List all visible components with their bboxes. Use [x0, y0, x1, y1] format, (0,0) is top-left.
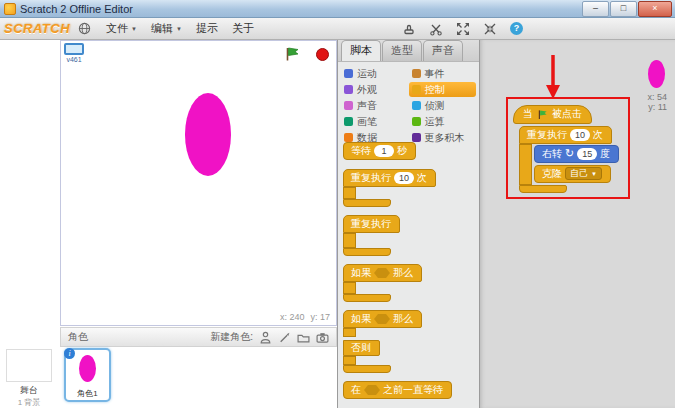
version-badge: v461	[64, 43, 84, 63]
tab-scripts[interactable]: 脚本	[341, 40, 381, 61]
if-else-block[interactable]: 如果 那么 否则	[343, 308, 476, 373]
control-swatch-icon	[412, 85, 421, 94]
titlebar: Scratch 2 Offline Editor – □ ×	[0, 0, 675, 18]
chevron-down-icon: ▼	[131, 26, 137, 32]
app-icon	[4, 3, 16, 15]
maximize-button[interactable]: □	[610, 1, 637, 17]
menu-file[interactable]: 文件 ▼	[99, 19, 144, 38]
stage-thumbnail[interactable]: 舞台 1 背景	[0, 349, 58, 408]
category-control[interactable]: 控制	[409, 82, 477, 97]
green-flag-button[interactable]	[284, 46, 300, 62]
repeat-block[interactable]: 重复执行 10 次 右转 ↻ 15 度	[519, 124, 619, 193]
green-flag-icon	[537, 109, 548, 120]
paint-new-sprite-icon[interactable]	[278, 331, 291, 344]
version-icon	[64, 43, 84, 55]
category-events[interactable]: 事件	[409, 66, 477, 81]
window-title: Scratch 2 Offline Editor	[20, 3, 133, 15]
condition-input[interactable]	[364, 385, 380, 395]
palette-panel: 脚本 造型 声音 运动 事件 外观 控制 声音 侦测	[337, 40, 480, 408]
delete-tool-icon[interactable]	[428, 21, 443, 36]
sprite-thumbnail[interactable]: i 角色1	[64, 348, 111, 402]
close-button[interactable]: ×	[638, 1, 672, 17]
upload-sprite-folder-icon[interactable]	[297, 331, 310, 344]
sprites-header-label: 角色	[68, 330, 88, 344]
grow-tool-icon[interactable]	[455, 21, 470, 36]
sensing-swatch-icon	[412, 101, 421, 110]
condition-input[interactable]	[374, 268, 390, 278]
mouse-x-label: x: 240	[280, 312, 305, 322]
turn-degrees-input[interactable]: 15	[577, 148, 597, 160]
sprite-y-label: y: 11	[648, 102, 667, 112]
looks-swatch-icon	[344, 85, 353, 94]
tab-sounds[interactable]: 声音	[423, 40, 463, 61]
category-sensing[interactable]: 侦测	[409, 98, 477, 113]
wait-value-input[interactable]: 1	[374, 145, 394, 157]
if-block[interactable]: 如果 那么	[343, 262, 476, 302]
category-looks[interactable]: 外观	[341, 82, 409, 97]
sprite-preview-ellipse	[648, 60, 665, 88]
shrink-tool-icon[interactable]	[482, 21, 497, 36]
repeat-count-input[interactable]: 10	[394, 172, 414, 184]
menu-about[interactable]: 关于	[225, 19, 261, 38]
sprite-name: 角色1	[66, 388, 109, 399]
camera-sprite-icon[interactable]	[316, 331, 329, 344]
mouse-position: x: 240 y: 17	[280, 312, 330, 322]
tab-bar: 脚本 造型 声音	[338, 40, 479, 62]
block-help-icon[interactable]: ?	[509, 21, 524, 36]
turn-clockwise-icon: ↻	[565, 148, 574, 159]
language-globe-icon[interactable]	[78, 22, 91, 35]
when-flag-clicked-block[interactable]: 当 被点击	[513, 105, 592, 124]
wait-until-block[interactable]: 在 之前一直等待	[343, 381, 452, 399]
events-swatch-icon	[412, 69, 421, 78]
script-pane[interactable]: x: 54 y: 11 当 被点击 重复执行 10	[480, 40, 675, 408]
repeat-count-input[interactable]: 10	[570, 129, 590, 141]
forever-block[interactable]: 重复执行	[343, 213, 476, 256]
version-label: v461	[64, 56, 84, 63]
sprite-thumbnail-ellipse	[79, 355, 96, 382]
operators-swatch-icon	[412, 117, 421, 126]
chevron-down-icon: ▼	[591, 171, 597, 177]
tab-costumes[interactable]: 造型	[382, 40, 422, 61]
stage-thumbnail-title: 舞台	[0, 384, 58, 397]
category-motion[interactable]: 运动	[341, 66, 409, 81]
new-sprite-label: 新建角色:	[210, 330, 253, 344]
stage-thumbnail-image	[6, 349, 52, 382]
wait-block[interactable]: 等待 1 秒	[343, 142, 416, 160]
clone-target-dropdown[interactable]: 自己 ▼	[565, 167, 602, 180]
pen-swatch-icon	[344, 117, 353, 126]
motion-swatch-icon	[344, 69, 353, 78]
stage-thumbnail-subtitle: 1 背景	[0, 397, 58, 408]
minimize-button[interactable]: –	[582, 1, 609, 17]
annotation-arrow-icon	[542, 54, 564, 100]
chevron-down-icon: ▼	[176, 26, 182, 32]
repeat-block[interactable]: 重复执行 10 次	[343, 167, 476, 207]
sprite-library-icon[interactable]	[259, 331, 272, 344]
stage-panel: v461 x: 240 y: 17	[60, 40, 337, 326]
sprite-x-label: x: 54	[647, 92, 667, 102]
sound-swatch-icon	[344, 101, 353, 110]
category-pen[interactable]: 画笔	[341, 114, 409, 129]
stage-sprite-ellipse[interactable]	[185, 93, 231, 176]
category-operators[interactable]: 运算	[409, 114, 477, 129]
sprite-info-button[interactable]: i	[64, 348, 75, 359]
script-stack: 当 被点击 重复执行 10 次	[513, 103, 619, 199]
stop-button[interactable]	[316, 48, 329, 61]
menu-edit[interactable]: 编辑 ▼	[144, 19, 189, 38]
duplicate-tool-icon[interactable]	[401, 21, 416, 36]
toolbar: ?	[401, 21, 524, 36]
menubar: SCRATCH 文件 ▼ 编辑 ▼ 提示 关于	[0, 18, 675, 40]
condition-input[interactable]	[374, 314, 390, 324]
category-list: 运动 事件 外观 控制 声音 侦测 画笔 运算	[338, 62, 479, 147]
menu-tips[interactable]: 提示	[189, 19, 225, 38]
turn-right-block[interactable]: 右转 ↻ 15 度	[534, 145, 619, 163]
annotation-highlight-box: 当 被点击 重复执行 10 次	[506, 97, 630, 199]
mouse-y-label: y: 17	[310, 312, 330, 322]
category-sound[interactable]: 声音	[341, 98, 409, 113]
clone-block[interactable]: 克隆 自己 ▼	[534, 165, 611, 183]
sprite-pane-header: 角色 新建角色:	[60, 327, 337, 347]
scratch-logo: SCRATCH	[4, 21, 70, 36]
block-palette: 等待 1 秒 重复执行 10 次 重复执行 如果	[343, 140, 476, 408]
